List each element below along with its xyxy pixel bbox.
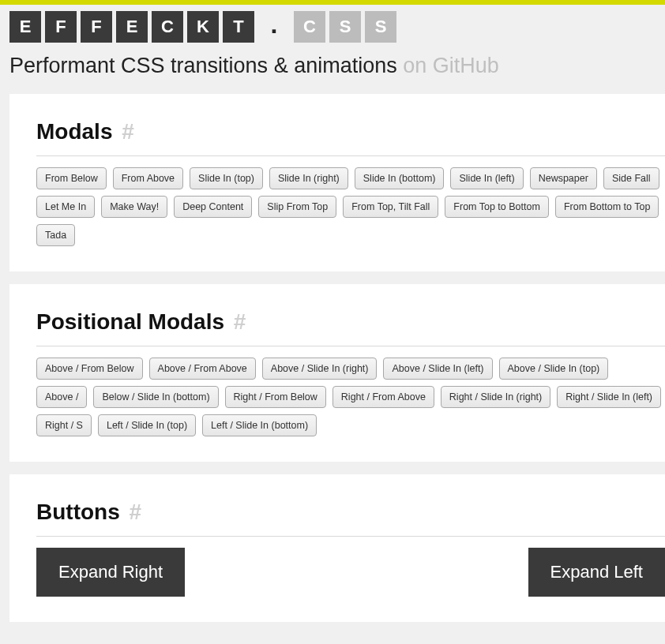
positional-modal-demo-button[interactable]: Left / Slide In (bottom) [202, 414, 317, 436]
logo-tile: S [365, 11, 396, 43]
big-button-row: Expand RightExpand Left [36, 548, 665, 597]
modal-demo-button[interactable]: From Top, Tilt Fall [343, 196, 438, 218]
logo-tile: F [81, 11, 112, 43]
logo-tile: T [223, 11, 254, 43]
section-title-text: Buttons [36, 500, 120, 524]
section-positional-modals: Positional Modals # Above / From BelowAb… [9, 284, 665, 462]
logo-tile: C [152, 11, 183, 43]
section-modals: Modals # From BelowFrom AboveSlide In (t… [9, 94, 665, 271]
modal-button-group: From BelowFrom AboveSlide In (top)Slide … [36, 167, 665, 246]
modal-demo-button[interactable]: From Below [36, 167, 107, 189]
logo-tile: E [9, 11, 41, 43]
section-title: Buttons # [36, 500, 665, 525]
positional-modal-demo-button[interactable]: Left / Slide In (top) [98, 414, 196, 436]
modal-demo-button[interactable]: Slide In (left) [450, 167, 523, 189]
github-link[interactable]: on GitHub [403, 54, 499, 77]
section-title-text: Positional Modals [36, 309, 224, 334]
section-title: Modals # [36, 119, 665, 144]
logo-tile: F [45, 11, 77, 43]
positional-modal-button-group: Above / From BelowAbove / From AboveAbov… [36, 358, 665, 436]
modal-demo-button[interactable]: From Top to Bottom [445, 196, 549, 218]
positional-modal-demo-button[interactable]: Above / From Below [36, 358, 143, 380]
modal-demo-button[interactable]: Slip From Top [258, 196, 336, 218]
modal-demo-button[interactable]: From Bottom to Top [555, 196, 659, 218]
big-demo-button[interactable]: Expand Right [36, 548, 185, 597]
positional-modal-demo-button[interactable]: Above / Slide In (right) [262, 358, 378, 380]
modal-demo-button[interactable]: Tada [36, 224, 75, 246]
divider [36, 155, 665, 156]
page-subtitle: Performant CSS transitions & animations … [0, 49, 665, 94]
logo: EFFECKT.CSS [0, 5, 665, 49]
modal-demo-button[interactable]: Make Way! [101, 196, 167, 218]
positional-modal-demo-button[interactable]: Right / From Below [225, 386, 326, 408]
logo-tile: S [329, 11, 361, 43]
positional-modal-demo-button[interactable]: Right / Slide In (left) [557, 386, 661, 408]
modal-demo-button[interactable]: From Above [113, 167, 183, 189]
divider [36, 536, 665, 537]
modal-demo-button[interactable]: Slide In (top) [190, 167, 263, 189]
big-demo-button[interactable]: Expand Left [528, 548, 665, 597]
positional-modal-demo-button[interactable]: Above / Slide In (left) [383, 358, 492, 380]
modal-demo-button[interactable]: Slide In (right) [269, 167, 348, 189]
positional-modal-demo-button[interactable]: Above / [36, 386, 87, 408]
section-buttons: Buttons # Expand RightExpand Left [9, 474, 665, 622]
positional-modal-demo-button[interactable]: Below / Slide In (bottom) [93, 386, 218, 408]
modal-demo-button[interactable]: Deep Content [174, 196, 252, 218]
modal-demo-button[interactable]: Newspaper [530, 167, 597, 189]
section-title: Positional Modals # [36, 309, 665, 335]
positional-modal-demo-button[interactable]: Above / From Above [149, 358, 256, 380]
subtitle-text: Performant CSS transitions & animations [9, 54, 403, 77]
logo-tile: C [294, 11, 325, 43]
anchor-link-icon[interactable]: # [122, 119, 134, 144]
positional-modal-demo-button[interactable]: Right / Slide In (right) [441, 386, 550, 408]
logo-tile: . [258, 11, 290, 43]
divider [36, 346, 665, 346]
positional-modal-demo-button[interactable]: Above / Slide In (top) [499, 358, 609, 380]
logo-tile: K [187, 11, 219, 43]
modal-demo-button[interactable]: Let Me In [36, 196, 95, 218]
section-title-text: Modals [36, 119, 112, 144]
positional-modal-demo-button[interactable]: Right / From Above [332, 386, 434, 408]
positional-modal-demo-button[interactable]: Right / S [36, 414, 92, 436]
modal-demo-button[interactable]: Slide In (bottom) [355, 167, 445, 189]
anchor-link-icon[interactable]: # [130, 500, 142, 524]
logo-tile: E [116, 11, 148, 43]
modal-demo-button[interactable]: Side Fall [603, 167, 659, 189]
anchor-link-icon[interactable]: # [234, 309, 246, 334]
